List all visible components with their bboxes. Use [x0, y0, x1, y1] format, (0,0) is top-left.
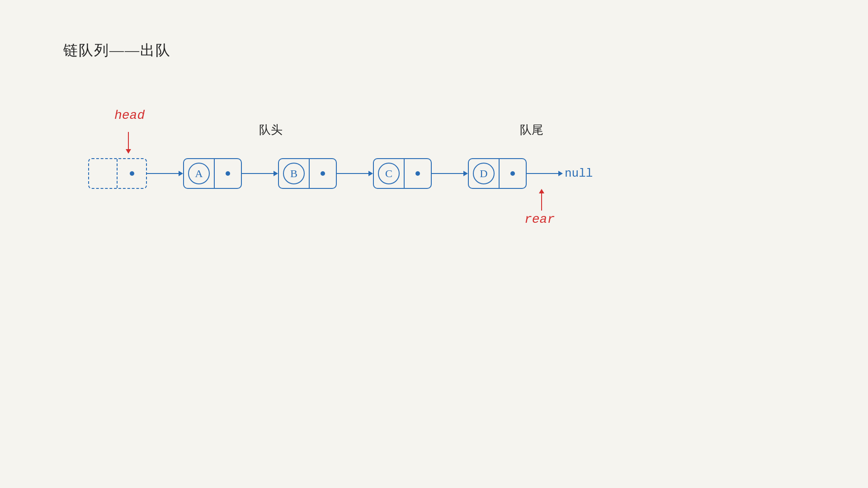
node-c-data: C — [374, 159, 405, 188]
node-b-circle: B — [283, 163, 305, 184]
arrow-c-to-d — [432, 171, 468, 176]
arrow-d-to-null — [527, 171, 563, 176]
node-b-data: B — [279, 159, 310, 188]
head-label: head — [114, 108, 145, 122]
node-b-ptr — [310, 159, 336, 188]
node-a-data: A — [184, 159, 215, 188]
arrow-b-to-c — [337, 171, 373, 176]
node-a-dot — [226, 171, 230, 176]
dummy-ptr-cell — [118, 159, 146, 188]
node-a-ptr — [215, 159, 241, 188]
head-arrow — [126, 132, 131, 154]
node-c-ptr — [405, 159, 431, 188]
null-label: null — [565, 167, 593, 180]
head-dummy-node — [88, 158, 147, 189]
node-c-circle: C — [378, 163, 400, 184]
node-a-circle: A — [188, 163, 210, 184]
node-d-circle: D — [473, 163, 495, 184]
node-d-dot — [510, 171, 515, 176]
dummy-ptr-dot — [130, 171, 134, 176]
node-d-ptr — [500, 159, 526, 188]
arrow-dummy-to-a — [147, 171, 183, 176]
rear-label: rear — [524, 212, 555, 226]
node-b: B — [278, 158, 337, 189]
arrow-a-to-b — [242, 171, 278, 176]
node-a: A — [183, 158, 242, 189]
queue-tail-label: 队尾 — [520, 122, 543, 138]
node-d-data: D — [469, 159, 500, 188]
node-b-dot — [321, 171, 325, 176]
rear-arrow — [539, 189, 544, 211]
queue-head-label: 队头 — [259, 122, 283, 138]
node-c-dot — [415, 171, 420, 176]
page-title: 链队列——出队 — [63, 41, 171, 61]
node-d: D — [468, 158, 527, 189]
dummy-data-cell — [89, 159, 118, 188]
node-c: C — [373, 158, 432, 189]
